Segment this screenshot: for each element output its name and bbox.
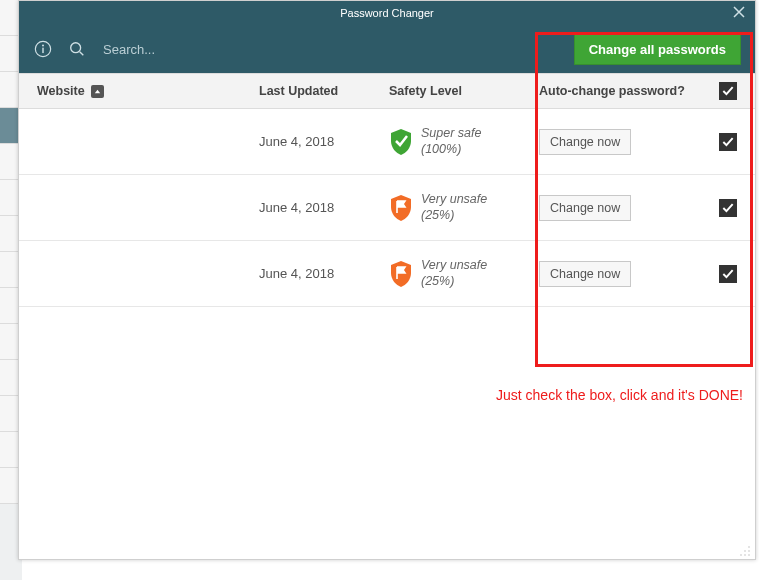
change-now-button[interactable]: Change now: [539, 129, 631, 155]
svg-point-8: [740, 554, 742, 556]
annotation-text: Just check the box, click and it's DONE!: [496, 387, 743, 403]
change-now-button[interactable]: Change now: [539, 261, 631, 287]
cell-safety-level: Super safe(100%): [421, 126, 481, 157]
svg-point-5: [748, 546, 750, 548]
svg-line-4: [80, 52, 84, 56]
password-changer-window: Password Changer Change all passwords We…: [18, 0, 756, 560]
safety-shield-icon: [389, 194, 413, 222]
title-bar: Password Changer: [19, 1, 755, 25]
table-row: June 4, 2018Very unsafe(25%)Change now: [19, 175, 755, 241]
cell-safety-level: Very unsafe(25%): [421, 258, 487, 289]
cell-last-updated: June 4, 2018: [259, 266, 389, 281]
row-checkbox[interactable]: [719, 133, 737, 151]
column-header-safety-level[interactable]: Safety Level: [389, 84, 539, 98]
sort-ascending-icon: [91, 85, 104, 98]
close-icon[interactable]: [731, 4, 747, 20]
safety-shield-icon: [389, 128, 413, 156]
column-header-website[interactable]: Website: [19, 84, 259, 98]
svg-point-1: [42, 44, 44, 46]
search-input[interactable]: [101, 41, 281, 58]
svg-point-10: [748, 554, 750, 556]
column-header-last-updated[interactable]: Last Updated: [259, 84, 389, 98]
info-icon[interactable]: [33, 39, 53, 59]
search-icon[interactable]: [67, 39, 87, 59]
change-all-passwords-button[interactable]: Change all passwords: [574, 34, 741, 65]
cell-safety-level: Very unsafe(25%): [421, 192, 487, 223]
table-row: June 4, 2018Very unsafe(25%)Change now: [19, 241, 755, 307]
table-body: June 4, 2018Super safe(100%)Change nowJu…: [19, 109, 755, 307]
table-header: Website Last Updated Safety Level Auto-c…: [19, 73, 755, 109]
column-header-auto-change[interactable]: Auto-change password?: [539, 84, 685, 98]
column-header-website-label: Website: [37, 84, 85, 98]
svg-rect-2: [42, 48, 43, 53]
cell-last-updated: June 4, 2018: [259, 200, 389, 215]
cell-last-updated: June 4, 2018: [259, 134, 389, 149]
svg-point-7: [748, 550, 750, 552]
resize-grip-icon[interactable]: [739, 543, 751, 555]
row-checkbox[interactable]: [719, 265, 737, 283]
window-title: Password Changer: [340, 7, 434, 19]
svg-point-3: [71, 43, 81, 53]
row-checkbox[interactable]: [719, 199, 737, 217]
svg-point-6: [744, 550, 746, 552]
toolbar: Change all passwords: [19, 25, 755, 73]
svg-point-9: [744, 554, 746, 556]
change-now-button[interactable]: Change now: [539, 195, 631, 221]
select-all-checkbox[interactable]: [719, 82, 737, 100]
safety-shield-icon: [389, 260, 413, 288]
table-row: June 4, 2018Super safe(100%)Change now: [19, 109, 755, 175]
